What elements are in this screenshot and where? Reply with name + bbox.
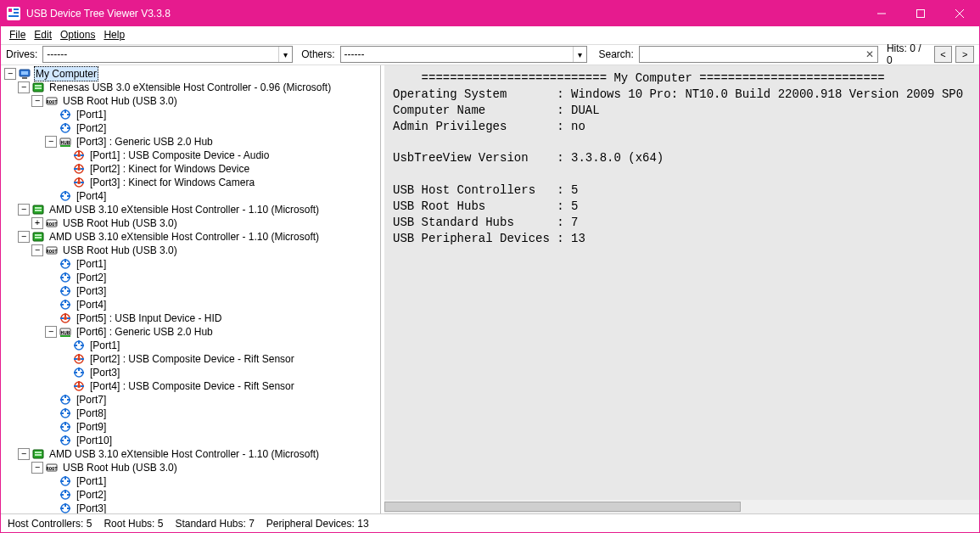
tree-item[interactable]: USB Root Hub (USB 3.0) <box>61 244 179 257</box>
menu-file[interactable]: File <box>6 27 29 42</box>
app-icon <box>6 6 21 21</box>
chevron-down-icon[interactable]: ▾ <box>573 47 586 62</box>
usb-device-icon <box>72 352 86 366</box>
expand-toggle[interactable]: + <box>31 217 43 229</box>
expand-toggle[interactable]: − <box>45 326 57 338</box>
others-combo[interactable]: ------ ▾ <box>340 46 587 63</box>
usb-port-icon <box>59 121 72 135</box>
svg-rect-26 <box>917 10 925 18</box>
tree-root[interactable]: My Computer <box>34 66 98 81</box>
usb-device-icon <box>72 149 86 162</box>
usb-port-icon <box>59 108 72 121</box>
usb-port-icon <box>59 271 72 284</box>
tree-item[interactable]: USB Root Hub (USB 3.0) <box>61 216 179 230</box>
tree-item[interactable]: AMD USB 3.10 eXtensible Host Controller … <box>48 203 321 216</box>
tree-item[interactable]: [Port3] <box>75 502 108 513</box>
tree-item[interactable]: [Port3] : Kinect for Windows Camera <box>88 176 256 189</box>
tree-item[interactable]: [Port3] : Generic USB 2.0 Hub <box>75 135 215 149</box>
search-box: ✕ <box>639 46 878 63</box>
tree-item[interactable]: USB Root Hub (USB 3.0) <box>61 94 179 108</box>
drives-value: ------ <box>43 48 70 60</box>
tree-item[interactable]: [Port9] <box>75 420 108 434</box>
tree-item[interactable]: [Port5] : USB Input Device - HID <box>75 311 223 325</box>
usb-port-icon <box>59 407 72 420</box>
next-hit-button[interactable]: > <box>955 46 974 63</box>
tree-item[interactable]: [Port2] : USB Composite Device - Rift Se… <box>88 352 296 366</box>
maximize-button[interactable] <box>901 1 940 26</box>
usb-port-icon <box>59 488 72 502</box>
tree-item[interactable]: [Port4] : USB Composite Device - Rift Se… <box>88 379 296 393</box>
expand-toggle[interactable]: − <box>45 136 57 148</box>
expand-toggle[interactable]: − <box>18 81 30 93</box>
menubar: File Edit Options Help <box>1 26 979 45</box>
tree-item[interactable]: Renesas USB 3.0 eXtensible Host Controll… <box>48 81 333 94</box>
hits-label: Hits: 0 / 0 <box>887 42 929 66</box>
usb-device-icon <box>72 176 86 189</box>
menu-help[interactable]: Help <box>100 27 128 42</box>
prev-hit-button[interactable]: < <box>934 46 953 63</box>
expand-toggle[interactable]: − <box>31 462 43 474</box>
expand-toggle[interactable]: − <box>18 448 30 460</box>
close-button[interactable] <box>940 1 979 26</box>
drives-label: Drives: <box>6 48 37 60</box>
menu-options[interactable]: Options <box>57 27 98 42</box>
expand-toggle[interactable]: − <box>18 204 30 216</box>
root-hub-icon <box>45 94 59 108</box>
scrollbar-thumb[interactable] <box>384 502 741 512</box>
tree-item[interactable]: [Port7] <box>75 393 108 407</box>
clear-search-icon[interactable]: ✕ <box>862 48 877 60</box>
tree-item[interactable]: [Port2] : Kinect for Windows Device <box>88 162 251 176</box>
host-controller-icon <box>31 230 45 244</box>
usb-port-icon <box>59 298 72 311</box>
tree-item[interactable]: [Port2] <box>75 488 108 502</box>
usb-port-icon <box>59 257 72 271</box>
tree-item[interactable]: [Port3] <box>88 366 121 379</box>
tree-item[interactable]: [Port4] <box>75 189 108 203</box>
titlebar[interactable]: USB Device Tree Viewer V3.3.8 <box>1 1 979 26</box>
drives-combo[interactable]: ------ ▾ <box>42 46 293 63</box>
tree-item[interactable]: [Port6] : Generic USB 2.0 Hub <box>75 325 215 339</box>
usb-hub-icon <box>59 135 72 149</box>
tree-item[interactable]: [Port8] <box>75 407 108 420</box>
tree-item[interactable]: [Port3] <box>75 284 108 298</box>
tree-item[interactable]: AMD USB 3.10 eXtensible Host Controller … <box>48 230 321 244</box>
tree-item[interactable]: [Port1] <box>75 108 108 121</box>
usb-port-icon <box>59 393 72 407</box>
root-hub-icon <box>45 216 59 230</box>
usb-device-icon <box>72 379 86 393</box>
tree-item[interactable]: [Port2] <box>75 121 108 135</box>
usb-port-icon <box>72 366 86 379</box>
expand-toggle[interactable]: − <box>4 68 16 80</box>
others-value: ------ <box>341 48 368 60</box>
others-label: Others: <box>301 48 334 60</box>
tree-item[interactable]: [Port1] : USB Composite Device - Audio <box>88 149 271 162</box>
usb-port-icon <box>59 474 72 488</box>
details-pane[interactable]: ========================== My Computer =… <box>384 65 979 513</box>
tree-item[interactable]: [Port10] <box>75 434 114 447</box>
statusbar: Host Controllers: 5 Root Hubs: 5 Standar… <box>1 513 979 532</box>
usb-port-icon <box>59 189 72 203</box>
expand-toggle[interactable]: − <box>31 95 43 107</box>
horizontal-scrollbar[interactable] <box>384 500 979 513</box>
expand-toggle[interactable]: − <box>31 244 43 256</box>
tree-item[interactable]: AMD USB 3.10 eXtensible Host Controller … <box>48 447 321 461</box>
tree-item[interactable]: USB Root Hub (USB 3.0) <box>61 461 179 474</box>
tree-item[interactable]: [Port1] <box>75 257 108 271</box>
usb-device-icon <box>59 311 72 325</box>
tree-item[interactable]: [Port1] <box>88 339 121 352</box>
details-text: ========================== My Computer =… <box>384 65 979 252</box>
usb-port-icon <box>59 420 72 434</box>
host-controller-icon <box>31 447 45 461</box>
tree-item[interactable]: [Port4] <box>75 298 108 311</box>
tree-item[interactable]: [Port1] <box>75 474 108 488</box>
minimize-button[interactable] <box>862 1 901 26</box>
tree-item[interactable]: [Port2] <box>75 271 108 284</box>
status-peripheral-devices: Peripheral Devices: 13 <box>266 518 369 530</box>
search-input[interactable] <box>640 47 862 62</box>
chevron-down-icon[interactable]: ▾ <box>278 47 292 62</box>
menu-edit[interactable]: Edit <box>31 27 55 42</box>
application-window: USB Device Tree Viewer V3.3.8 File Edit … <box>0 0 980 533</box>
usb-port-icon <box>59 502 72 513</box>
expand-toggle[interactable]: − <box>18 231 30 243</box>
tree-pane[interactable]: −My Computer −Renesas USB 3.0 eXtensible… <box>1 65 381 513</box>
